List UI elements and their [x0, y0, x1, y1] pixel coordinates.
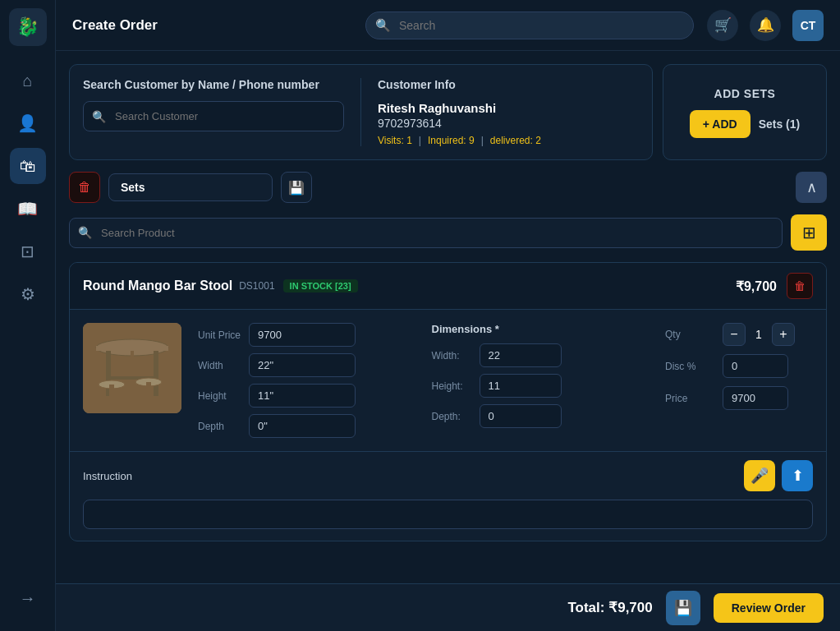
product-name: Round Mango Bar Stool: [83, 279, 232, 293]
product-header: Round Mango Bar Stool DS1001 IN STOCK [2…: [70, 263, 826, 310]
price-row: Price: [665, 386, 813, 410]
qty-row: Qty − 1 +: [665, 323, 813, 346]
search-customer-title: Search Customer by Name / Phone number: [83, 78, 344, 91]
height-label: Height: [198, 384, 241, 408]
sidebar-item-settings[interactable]: ⚙: [10, 276, 46, 312]
search-product-wrap: 🔍: [69, 218, 783, 248]
sets-name-input[interactable]: [108, 173, 273, 201]
avatar[interactable]: CT: [792, 10, 824, 41]
product-image: [83, 323, 181, 413]
stat-sep-1: |: [419, 135, 421, 146]
depth-input[interactable]: [249, 414, 356, 438]
notification-button[interactable]: 🔔: [750, 10, 781, 41]
topbar-icons: 🛒 🔔 CT: [707, 10, 824, 41]
logout-icon: →: [20, 589, 36, 608]
search-customer-input[interactable]: [83, 101, 344, 131]
sidebar-item-logout[interactable]: →: [10, 580, 46, 616]
dim-height-label: Height:: [432, 380, 473, 392]
microphone-button[interactable]: 🎤: [744, 460, 775, 491]
visits-stat: Visits: 1: [378, 135, 412, 146]
svg-rect-5: [131, 351, 134, 392]
sidebar-bottom: →: [10, 580, 46, 623]
sidebar-item-catalog[interactable]: 📖: [10, 191, 46, 227]
add-set-button[interactable]: + ADD: [690, 110, 750, 138]
product-delete-icon: 🗑: [794, 279, 806, 292]
topbar-search-icon: 🔍: [375, 18, 391, 33]
price-row-label: Price: [665, 393, 714, 404]
search-product-row: 🔍 ⊞: [69, 214, 827, 251]
customer-info-col: Customer Info Ritesh Raghuvanshi 9702973…: [360, 78, 639, 146]
customer-phone: 9702973614: [378, 117, 639, 130]
save-order-button[interactable]: 💾: [666, 591, 700, 625]
scan-icon: ⊡: [21, 242, 34, 261]
bell-icon: 🔔: [757, 16, 774, 34]
trash-icon: 🗑: [78, 180, 91, 195]
inquired-stat: Inquired: 9: [428, 135, 475, 146]
upload-button[interactable]: ⬆: [782, 460, 813, 491]
sidebar: 🐉 ⌂ 👤 🛍 📖 ⊡ ⚙ →: [0, 0, 56, 631]
disc-row: Disc %: [665, 354, 813, 378]
search-customer-icon: 🔍: [92, 110, 106, 123]
width-label: Width: [198, 353, 241, 377]
disc-input[interactable]: [723, 354, 788, 378]
instruction-textarea[interactable]: [83, 500, 813, 529]
instruction-buttons: 🎤 ⬆: [744, 460, 813, 491]
search-product-input[interactable]: [69, 218, 783, 248]
save-icon: 💾: [288, 180, 305, 196]
app-logo[interactable]: 🐉: [9, 8, 47, 46]
sidebar-item-scan[interactable]: ⊡: [10, 233, 46, 269]
sidebar-item-home[interactable]: ⌂: [10, 62, 46, 99]
width-input[interactable]: [249, 353, 356, 377]
microphone-icon: 🎤: [750, 467, 769, 485]
collapse-button[interactable]: ∧: [796, 172, 827, 203]
unit-price-label: Unit Price: [198, 323, 241, 347]
product-card: Round Mango Bar Stool DS1001 IN STOCK [2…: [69, 262, 827, 541]
top-section: Search Customer by Name / Phone number 🔍…: [69, 64, 827, 160]
delete-set-button[interactable]: 🗑: [69, 172, 100, 203]
customer-info-title: Customer Info: [378, 78, 639, 91]
product-delete-button[interactable]: 🗑: [787, 273, 813, 299]
page-title: Create Order: [72, 17, 158, 34]
cart-icon: 🛒: [714, 16, 732, 34]
sidebar-item-orders[interactable]: 🛍: [10, 148, 46, 184]
qty-controls: − 1 +: [723, 323, 795, 346]
qr-icon: ⊞: [802, 223, 816, 242]
unit-price-input[interactable]: [249, 323, 356, 347]
search-customer-wrap: 🔍: [83, 101, 344, 131]
book-icon: 📖: [17, 199, 38, 219]
qty-minus-button[interactable]: −: [723, 323, 746, 346]
page-content: Search Customer by Name / Phone number 🔍…: [56, 51, 840, 583]
dim-width-input[interactable]: [480, 343, 562, 367]
total-label: Total: ₹9,700: [567, 599, 652, 616]
dim-width-row: Width:: [432, 343, 650, 367]
svg-rect-4: [154, 351, 158, 396]
dim-depth-input[interactable]: [480, 404, 562, 428]
sets-count: Sets (1): [759, 117, 801, 131]
user-icon: 👤: [17, 113, 38, 133]
customer-stats: Visits: 1 | Inquired: 9 | delivered: 2: [378, 135, 639, 146]
dimensions-title: Dimensions *: [432, 323, 650, 335]
bottom-bar: Total: ₹9,700 💾 Review Order: [56, 583, 840, 631]
dim-height-input[interactable]: [480, 374, 562, 398]
sidebar-item-user[interactable]: 👤: [10, 105, 46, 141]
instruction-label: Instruction: [83, 470, 744, 482]
save-set-button[interactable]: 💾: [281, 172, 312, 203]
disc-label: Disc %: [665, 361, 714, 372]
product-stock-badge: IN STOCK [23]: [283, 279, 358, 292]
home-icon: ⌂: [22, 71, 32, 90]
review-order-button[interactable]: Review Order: [714, 593, 824, 623]
cart-button[interactable]: 🛒: [707, 10, 738, 41]
main-content: Create Order 🔍 🛒 🔔 CT Search Customer by…: [56, 0, 840, 631]
svg-rect-2: [96, 346, 168, 351]
product-body: Unit Price Width Height Depth Dimensions…: [70, 310, 826, 451]
qr-scan-button[interactable]: ⊞: [791, 214, 827, 251]
price-input[interactable]: [723, 386, 788, 410]
svg-rect-8: [109, 385, 114, 401]
upload-icon: ⬆: [792, 467, 804, 485]
topbar-search-wrap: 🔍: [365, 12, 694, 39]
height-input[interactable]: [249, 384, 356, 408]
dim-height-row: Height:: [432, 374, 650, 398]
qty-plus-button[interactable]: +: [772, 323, 795, 346]
svg-rect-10: [146, 382, 151, 400]
topbar-search-input[interactable]: [365, 12, 694, 39]
